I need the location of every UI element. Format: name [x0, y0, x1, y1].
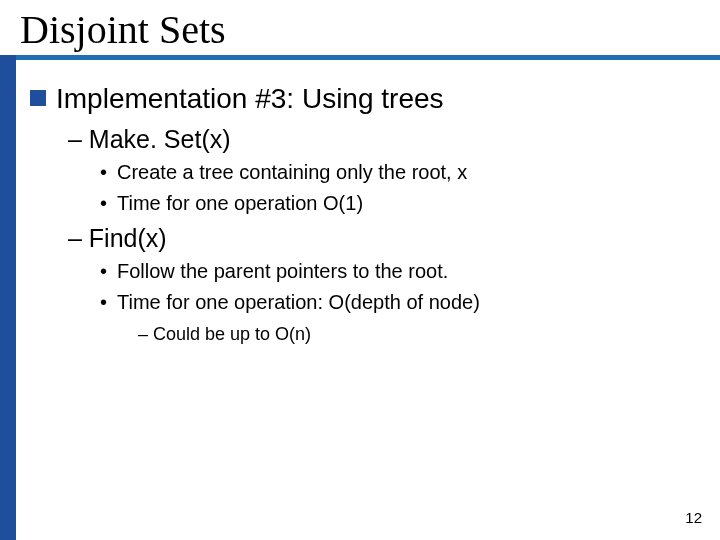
slide: Disjoint Sets Implementation #3: Using t…	[0, 0, 720, 540]
title-underline	[0, 55, 720, 60]
square-bullet-icon	[30, 90, 46, 106]
level3-text: Create a tree containing only the root, …	[117, 159, 467, 186]
page-number: 12	[685, 509, 702, 526]
level3-item: • Time for one operation O(1)	[100, 190, 690, 217]
level3-item: • Create a tree containing only the root…	[100, 159, 690, 186]
left-accent-bar	[0, 55, 16, 540]
level2-makeset: – Make. Set(x)	[68, 124, 690, 155]
dot-bullet-icon: •	[100, 258, 107, 285]
level3-item: • Time for one operation: O(depth of nod…	[100, 289, 690, 316]
slide-title: Disjoint Sets	[20, 6, 226, 53]
level3-text: Follow the parent pointers to the root.	[117, 258, 448, 285]
dot-bullet-icon: •	[100, 190, 107, 217]
level4-item: – Could be up to O(n)	[138, 322, 690, 346]
level1-text: Implementation #3: Using trees	[56, 82, 444, 116]
level3-text: Time for one operation: O(depth of node)	[117, 289, 480, 316]
level3-text: Time for one operation O(1)	[117, 190, 363, 217]
level3-item: • Follow the parent pointers to the root…	[100, 258, 690, 285]
level2-find: – Find(x)	[68, 223, 690, 254]
dot-bullet-icon: •	[100, 159, 107, 186]
bullet-level1: Implementation #3: Using trees	[30, 82, 690, 116]
dot-bullet-icon: •	[100, 289, 107, 316]
content-area: Implementation #3: Using trees – Make. S…	[30, 82, 690, 346]
